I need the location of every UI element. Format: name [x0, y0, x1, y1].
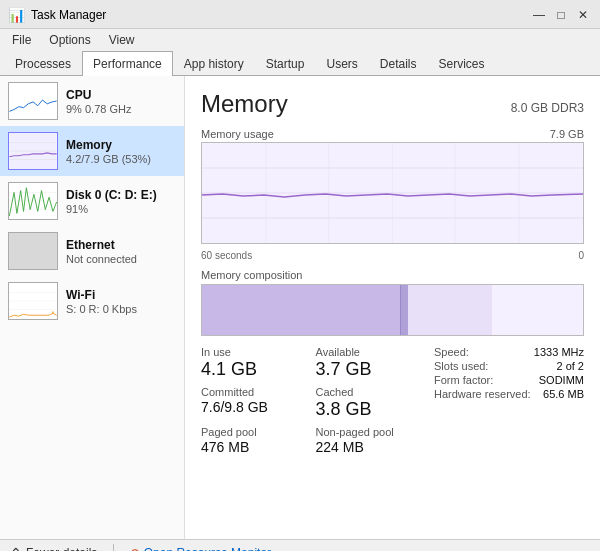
close-button[interactable]: ✕: [574, 6, 592, 24]
content-title: Memory: [201, 90, 288, 118]
menu-bar: File Options View: [0, 29, 600, 51]
disk-info: Disk 0 (C: D: E:) 91%: [66, 188, 176, 215]
cached-value: 3.8 GB: [316, 399, 419, 420]
hw-reserved-label: Hardware reserved:: [434, 388, 531, 400]
cpu-label: CPU: [66, 88, 176, 102]
menu-file[interactable]: File: [8, 31, 35, 49]
tab-services[interactable]: Services: [428, 51, 496, 76]
form-row: Form factor: SODIMM: [434, 374, 584, 386]
stats-area: In use 4.1 GB Available 3.7 GB Committed…: [201, 346, 584, 455]
comp-standby: [408, 285, 492, 335]
title-bar-controls: — □ ✕: [530, 6, 592, 24]
paged-pool-value: 476 MB: [201, 439, 304, 455]
stat-non-paged-pool: Non-paged pool 224 MB: [316, 426, 419, 455]
svg-rect-9: [9, 233, 56, 269]
menu-options[interactable]: Options: [45, 31, 94, 49]
available-label: Available: [316, 346, 419, 358]
chart-usage-area: [202, 143, 583, 243]
fewer-details-icon: ⌃: [10, 545, 22, 551]
right-stats: Speed: 1333 MHz Slots used: 2 of 2 Form …: [434, 346, 584, 455]
bottom-divider: [113, 544, 114, 551]
form-label: Form factor:: [434, 374, 493, 386]
non-paged-pool-value: 224 MB: [316, 439, 419, 455]
wifi-label: Wi-Fi: [66, 288, 176, 302]
in-use-value: 4.1 GB: [201, 359, 304, 380]
chart-composition-area: [202, 285, 583, 335]
ethernet-thumbnail: [8, 232, 58, 270]
slots-row: Slots used: 2 of 2: [434, 360, 584, 372]
content-subtitle: 8.0 GB DDR3: [511, 101, 584, 115]
ethernet-detail: Not connected: [66, 253, 176, 265]
paged-pool-label: Paged pool: [201, 426, 304, 438]
tab-processes[interactable]: Processes: [4, 51, 82, 76]
maximize-button[interactable]: □: [552, 6, 570, 24]
composition-label: Memory composition: [201, 269, 584, 281]
wifi-info: Wi-Fi S: 0 R: 0 Kbps: [66, 288, 176, 315]
fewer-details-button[interactable]: ⌃ Fewer details: [10, 545, 97, 551]
speed-label: Speed:: [434, 346, 469, 358]
form-value: SODIMM: [539, 374, 584, 386]
main-area: CPU 9% 0.78 GHz Memory 4.2/7.9 GB (53%): [0, 76, 600, 539]
cpu-thumbnail: [8, 82, 58, 120]
sidebar: CPU 9% 0.78 GHz Memory 4.2/7.9 GB (53%): [0, 76, 185, 539]
chart-seconds-row: 60 seconds 0: [201, 250, 584, 261]
content-header: Memory 8.0 GB DDR3: [201, 90, 584, 118]
open-resource-monitor-link[interactable]: ⊙ Open Resource Monitor: [130, 546, 271, 551]
disk-thumbnail: [8, 182, 58, 220]
tab-bar: Processes Performance App history Startu…: [0, 51, 600, 76]
app-title: Task Manager: [31, 8, 106, 22]
sidebar-item-wifi[interactable]: Wi-Fi S: 0 R: 0 Kbps: [0, 276, 184, 326]
sidebar-item-memory[interactable]: Memory 4.2/7.9 GB (53%): [0, 126, 184, 176]
hw-reserved-row: Hardware reserved: 65.6 MB: [434, 388, 584, 400]
resource-monitor-icon: ⊙: [130, 546, 143, 551]
chart-usage-label: Memory usage: [201, 128, 274, 140]
speed-row: Speed: 1333 MHz: [434, 346, 584, 358]
available-value: 3.7 GB: [316, 359, 419, 380]
stat-available: Available 3.7 GB: [316, 346, 419, 380]
memory-label: Memory: [66, 138, 176, 152]
sidebar-item-ethernet[interactable]: Ethernet Not connected: [0, 226, 184, 276]
speed-value: 1333 MHz: [534, 346, 584, 358]
cached-label: Cached: [316, 386, 419, 398]
slots-label: Slots used:: [434, 360, 488, 372]
slots-value: 2 of 2: [556, 360, 584, 372]
disk-detail: 91%: [66, 203, 176, 215]
sidebar-item-disk[interactable]: Disk 0 (C: D: E:) 91%: [0, 176, 184, 226]
minimize-button[interactable]: —: [530, 6, 548, 24]
chart-seconds-label: 60 seconds: [201, 250, 252, 261]
ethernet-info: Ethernet Not connected: [66, 238, 176, 265]
sidebar-item-cpu[interactable]: CPU 9% 0.78 GHz: [0, 76, 184, 126]
tab-startup[interactable]: Startup: [255, 51, 316, 76]
comp-in-use: [202, 285, 400, 335]
memory-usage-chart: [201, 142, 584, 244]
memory-info: Memory 4.2/7.9 GB (53%): [66, 138, 176, 165]
tab-app-history[interactable]: App history: [173, 51, 255, 76]
fewer-details-label: Fewer details: [26, 546, 97, 551]
committed-label: Committed: [201, 386, 304, 398]
chart-usage-max: 7.9 GB: [550, 128, 584, 140]
tab-performance[interactable]: Performance: [82, 51, 173, 76]
cpu-detail: 9% 0.78 GHz: [66, 103, 176, 115]
memory-thumbnail: [8, 132, 58, 170]
wifi-thumbnail: [8, 282, 58, 320]
comp-free: [492, 285, 583, 335]
svg-rect-0: [9, 83, 56, 119]
title-bar: 📊 Task Manager — □ ✕: [0, 0, 600, 29]
tab-details[interactable]: Details: [369, 51, 428, 76]
left-stats: In use 4.1 GB Available 3.7 GB Committed…: [201, 346, 418, 455]
stat-committed: Committed 7.6/9.8 GB: [201, 386, 304, 420]
chart-usage-label-row: Memory usage 7.9 GB: [201, 128, 584, 140]
disk-label: Disk 0 (C: D: E:): [66, 188, 176, 202]
title-bar-left: 📊 Task Manager: [8, 7, 106, 23]
menu-view[interactable]: View: [105, 31, 139, 49]
cpu-info: CPU 9% 0.78 GHz: [66, 88, 176, 115]
memory-composition-chart: [201, 284, 584, 336]
comp-modified: [400, 285, 408, 335]
tab-users[interactable]: Users: [315, 51, 368, 76]
committed-value: 7.6/9.8 GB: [201, 399, 304, 415]
stat-paged-pool: Paged pool 476 MB: [201, 426, 304, 455]
stat-cached: Cached 3.8 GB: [316, 386, 419, 420]
chart-seconds-end: 0: [578, 250, 584, 261]
app-icon: 📊: [8, 7, 25, 23]
memory-detail: 4.2/7.9 GB (53%): [66, 153, 176, 165]
